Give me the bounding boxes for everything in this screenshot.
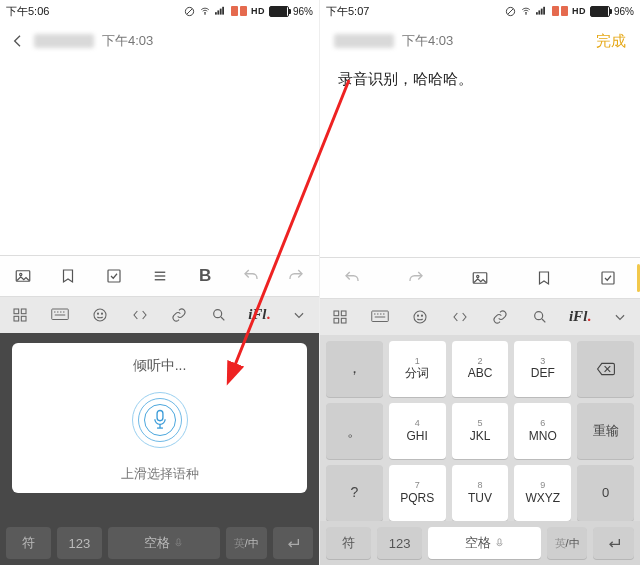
back-icon[interactable] [10, 33, 26, 49]
ime-brand[interactable]: iFl. [560, 308, 600, 325]
ime-link-icon[interactable] [160, 307, 200, 323]
ime-code-icon[interactable] [440, 309, 480, 325]
svg-rect-5 [220, 9, 222, 15]
note-content[interactable] [0, 60, 319, 255]
sim-icons [552, 6, 568, 16]
svg-rect-37 [541, 9, 543, 15]
tag-button[interactable] [512, 258, 576, 298]
svg-rect-3 [215, 12, 217, 14]
ime-search-icon[interactable] [520, 309, 560, 325]
period-key[interactable]: 。 [326, 403, 383, 459]
status-right: HD 96% [505, 6, 634, 17]
key-9[interactable]: 9WXYZ [514, 465, 571, 521]
svg-rect-44 [334, 318, 339, 323]
undo-button[interactable] [228, 256, 274, 296]
numeric-key[interactable]: 123 [57, 527, 102, 559]
symbol-key[interactable]: 符 [326, 527, 371, 559]
question-key[interactable]: ? [326, 465, 383, 521]
voice-card[interactable]: 倾听中... 上滑选择语种 [12, 343, 307, 493]
ime-keyboard-icon[interactable] [40, 308, 80, 322]
svg-rect-38 [543, 7, 545, 15]
hd-label: HD [251, 6, 265, 16]
svg-rect-13 [14, 309, 19, 314]
mic-small-icon [495, 538, 504, 549]
status-time: 下午5:07 [326, 4, 369, 19]
svg-line-33 [508, 8, 514, 14]
space-key[interactable]: 空格 [428, 527, 541, 559]
ime-collapse-icon[interactable] [279, 308, 319, 322]
sim-icons [231, 6, 247, 16]
svg-line-56 [542, 319, 545, 322]
language-key[interactable]: 英/中 [547, 527, 588, 559]
redo-button[interactable] [273, 256, 319, 296]
space-key[interactable]: 空格 [108, 527, 220, 559]
status-bar: 下午5:06 HD 96% [0, 0, 319, 22]
battery-icon [590, 6, 610, 17]
enter-key[interactable] [593, 527, 634, 559]
ime-search-icon[interactable] [199, 307, 239, 323]
list-button[interactable] [137, 256, 183, 296]
ime-toolbar: iFl. [320, 299, 640, 335]
svg-rect-45 [341, 318, 346, 323]
bold-button[interactable]: B [182, 256, 228, 296]
image-button[interactable] [448, 258, 512, 298]
signal-icon [215, 6, 227, 16]
zero-key[interactable]: 0 [577, 465, 634, 521]
keyboard-bottom-row: 符 123 空格 英/中 [0, 521, 319, 565]
redo-button[interactable] [384, 258, 448, 298]
svg-rect-17 [52, 309, 69, 320]
tag-button[interactable] [46, 256, 92, 296]
done-button[interactable]: 完成 [596, 32, 630, 51]
enter-key[interactable] [273, 527, 313, 559]
battery-icon [269, 6, 289, 17]
svg-point-53 [417, 315, 418, 316]
mic-icon[interactable] [132, 392, 188, 448]
svg-point-2 [205, 14, 206, 15]
ime-keyboard-icon[interactable] [360, 310, 400, 324]
ime-collapse-icon[interactable] [600, 310, 640, 324]
svg-point-55 [535, 311, 543, 319]
svg-rect-59 [498, 538, 501, 543]
svg-rect-46 [372, 311, 389, 322]
ime-emoji-icon[interactable] [80, 307, 120, 323]
ime-brand[interactable]: iFl. [239, 306, 279, 323]
undo-button[interactable] [320, 258, 384, 298]
checkbox-button[interactable] [91, 256, 137, 296]
checkbox-button[interactable] [576, 258, 640, 298]
battery-pct: 96% [293, 6, 313, 17]
key-6[interactable]: 6MNO [514, 403, 571, 459]
punct-key[interactable]: ， [326, 341, 383, 397]
svg-rect-35 [536, 12, 538, 14]
svg-line-1 [187, 8, 193, 14]
ime-code-icon[interactable] [120, 307, 160, 323]
key-7[interactable]: 7PQRS [389, 465, 446, 521]
key-4[interactable]: 4GHI [389, 403, 446, 459]
ime-link-icon[interactable] [480, 309, 520, 325]
svg-rect-36 [538, 10, 540, 14]
backspace-key[interactable] [577, 341, 634, 397]
svg-line-27 [221, 317, 224, 320]
ime-apps-icon[interactable] [320, 309, 360, 325]
symbol-key[interactable]: 符 [6, 527, 51, 559]
key-1[interactable]: 1分词 [389, 341, 446, 397]
header-time: 下午4:03 [402, 32, 453, 50]
hd-label: HD [572, 6, 586, 16]
note-title-blurred [34, 34, 94, 48]
ime-toolbar: iFl. [0, 297, 319, 333]
clear-key[interactable]: 重输 [577, 403, 634, 459]
key-2[interactable]: 2ABC [452, 341, 509, 397]
note-content[interactable]: 录音识别，哈哈哈。 [320, 60, 640, 257]
key-5[interactable]: 5JKL [452, 403, 509, 459]
key-3[interactable]: 3DEF [514, 341, 571, 397]
status-right: HD 96% [184, 6, 313, 17]
battery-pct: 96% [614, 6, 634, 17]
image-button[interactable] [0, 256, 46, 296]
mic-small-icon [174, 538, 183, 549]
svg-rect-9 [108, 270, 120, 282]
ime-emoji-icon[interactable] [400, 309, 440, 325]
svg-point-52 [414, 311, 426, 323]
key-8[interactable]: 8TUV [452, 465, 509, 521]
numeric-key[interactable]: 123 [377, 527, 422, 559]
language-key[interactable]: 英/中 [226, 527, 266, 559]
ime-apps-icon[interactable] [0, 307, 40, 323]
